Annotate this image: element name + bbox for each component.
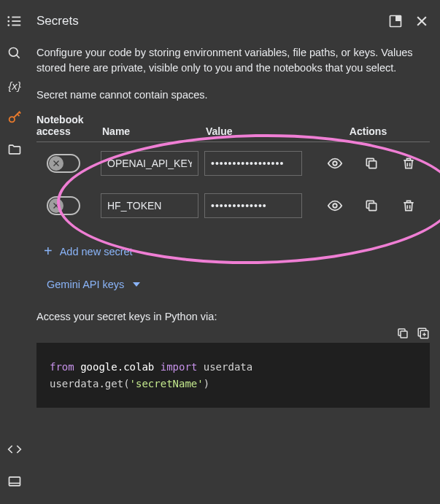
reveal-icon[interactable] [327,198,343,214]
secrets-panel: Secrets Configure your code by storing e… [29,0,440,504]
secrets-table-header: Notebook access Name Value Actions [36,114,430,142]
svg-marker-23 [133,282,140,287]
popout-icon[interactable] [387,13,404,29]
gemini-api-keys-dropdown[interactable]: Gemini API keys [47,279,140,290]
col-value-header: Value [204,125,306,137]
col-name-header: Name [101,125,204,137]
col-access-header: Notebook access [36,114,101,137]
copy-code-icon[interactable] [396,327,409,340]
key-icon[interactable] [7,109,23,125]
notebook-access-toggle[interactable] [47,154,80,173]
delete-icon[interactable] [401,198,417,214]
variables-icon[interactable]: {x} [7,77,23,93]
svg-line-7 [17,55,20,58]
svg-rect-22 [369,203,377,211]
add-new-secret-button[interactable]: + Add new secret [44,243,133,260]
secret-name-input[interactable] [101,151,198,176]
code-block: from google.colab import userdata userda… [36,343,430,408]
secret-value-input[interactable] [204,151,302,176]
code-icon[interactable] [7,441,23,457]
svg-point-17 [333,161,337,166]
add-secret-label: Add new secret [60,246,133,257]
svg-rect-9 [9,477,20,486]
svg-point-8 [9,117,15,122]
secret-row [36,142,430,185]
svg-rect-18 [369,161,377,168]
terminal-icon[interactable] [7,473,23,489]
svg-rect-12 [395,16,401,22]
panel-warning: Secret name cannot contain spaces. [36,89,430,101]
svg-point-21 [333,203,337,208]
secret-value-input[interactable] [204,193,302,218]
code-snippet: from google.colab import userdata userda… [36,343,430,408]
secret-row [36,185,430,227]
folder-icon[interactable] [7,141,23,158]
reveal-icon[interactable] [327,155,343,171]
secret-name-input[interactable] [101,193,198,218]
close-icon[interactable] [414,13,430,29]
copy-icon[interactable] [363,155,379,171]
access-hint: Access your secret keys in Python via: [36,311,430,322]
delete-icon[interactable] [401,155,417,171]
gemini-label: Gemini API keys [47,279,124,290]
panel-description: Configure your code by storing environme… [36,45,430,76]
search-icon[interactable] [7,45,23,61]
left-rail: {x} [0,0,29,504]
copy-icon[interactable] [363,198,379,214]
svg-rect-24 [401,331,407,338]
insert-code-icon[interactable] [417,327,430,340]
toc-icon[interactable] [7,13,23,29]
caret-down-icon [133,279,140,290]
svg-point-6 [9,48,18,57]
plus-icon: + [44,243,53,260]
col-actions-header: Actions [306,125,430,137]
notebook-access-toggle[interactable] [47,196,80,215]
panel-title: Secrets [36,14,377,28]
